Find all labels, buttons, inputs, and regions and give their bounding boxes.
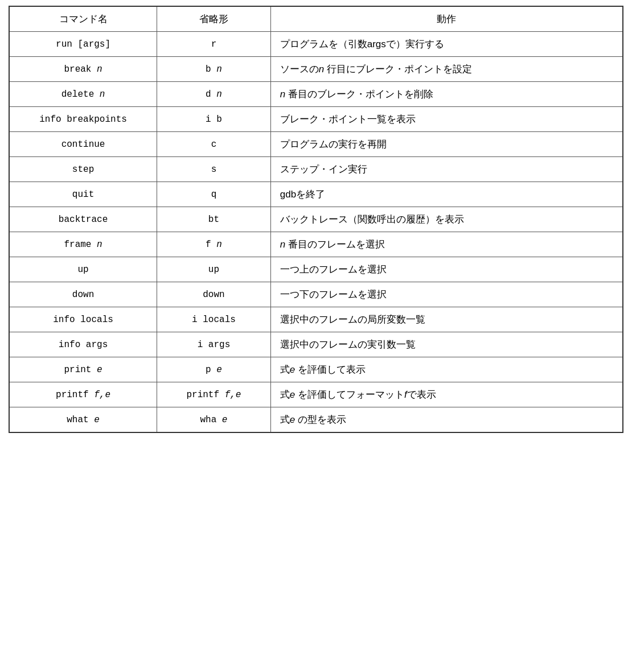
cell-command: printf f,e (9, 382, 157, 407)
table-row: info breakpointsi bブレーク・ポイント一覧を表示 (9, 107, 623, 132)
header-command: コマンド名 (9, 6, 157, 32)
cell-desc: 一つ上のフレームを選択 (270, 257, 623, 282)
table-row: info argsi args選択中のフレームの実引数一覧 (9, 332, 623, 357)
cell-desc: ブレーク・ポイント一覧を表示 (270, 107, 623, 132)
cell-command: frame n (9, 232, 157, 257)
cell-abbr: down (157, 282, 271, 307)
cell-command: print e (9, 357, 157, 382)
cell-abbr: bt (157, 207, 271, 232)
gdb-commands-table: コマンド名 省略形 動作 run [args]rプログラムを（引数argsで）実… (9, 6, 623, 433)
cell-command: up (9, 257, 157, 282)
cell-abbr: d n (157, 82, 271, 107)
cell-desc: 一つ下のフレームを選択 (270, 282, 623, 307)
table-row: downdown一つ下のフレームを選択 (9, 282, 623, 307)
cell-abbr: up (157, 257, 271, 282)
cell-desc: プログラムを（引数argsで）実行する (270, 32, 623, 57)
cell-abbr: printf f,e (157, 382, 271, 407)
table-row: stepsステップ・イン実行 (9, 157, 623, 182)
cell-command: what e (9, 407, 157, 433)
table-row: backtracebtバックトレース（関数呼出の履歴）を表示 (9, 207, 623, 232)
header-abbr: 省略形 (157, 6, 271, 32)
cell-abbr: c (157, 132, 271, 157)
cell-desc: 選択中のフレームの実引数一覧 (270, 332, 623, 357)
cell-desc: プログラムの実行を再開 (270, 132, 623, 157)
cell-desc: ステップ・イン実行 (270, 157, 623, 182)
cell-abbr: s (157, 157, 271, 182)
table-row: continuecプログラムの実行を再開 (9, 132, 623, 157)
cell-desc: 式e を評価してフォーマットfで表示 (270, 382, 623, 407)
cell-abbr: i locals (157, 307, 271, 332)
cell-command: info locals (9, 307, 157, 332)
header-action: 動作 (270, 6, 623, 32)
cell-abbr: f n (157, 232, 271, 257)
cell-command: run [args] (9, 32, 157, 57)
cell-abbr: r (157, 32, 271, 57)
table-row: what ewha e式e の型を表示 (9, 407, 623, 433)
table-row: upup一つ上のフレームを選択 (9, 257, 623, 282)
table-row: info localsi locals選択中のフレームの局所変数一覧 (9, 307, 623, 332)
table-row: run [args]rプログラムを（引数argsで）実行する (9, 32, 623, 57)
cell-abbr: i b (157, 107, 271, 132)
cell-desc: 式e を評価して表示 (270, 357, 623, 382)
cell-command: info args (9, 332, 157, 357)
cell-abbr: b n (157, 57, 271, 82)
table-row: quitqgdbを終了 (9, 182, 623, 207)
cell-desc: 式e の型を表示 (270, 407, 623, 433)
cell-abbr: q (157, 182, 271, 207)
table-row: break nb nソースのn 行目にブレーク・ポイントを設定 (9, 57, 623, 82)
cell-command: down (9, 282, 157, 307)
table-row: print ep e式e を評価して表示 (9, 357, 623, 382)
cell-abbr: i args (157, 332, 271, 357)
cell-desc: バックトレース（関数呼出の履歴）を表示 (270, 207, 623, 232)
cell-command: info breakpoints (9, 107, 157, 132)
cell-desc: ソースのn 行目にブレーク・ポイントを設定 (270, 57, 623, 82)
cell-desc: 選択中のフレームの局所変数一覧 (270, 307, 623, 332)
cell-command: continue (9, 132, 157, 157)
table-row: printf f,eprintf f,e式e を評価してフォーマットfで表示 (9, 382, 623, 407)
table-row: delete nd nn 番目のブレーク・ポイントを削除 (9, 82, 623, 107)
table-row: frame nf nn 番目のフレームを選択 (9, 232, 623, 257)
cell-desc: n 番目のフレームを選択 (270, 232, 623, 257)
cell-desc: n 番目のブレーク・ポイントを削除 (270, 82, 623, 107)
cell-desc: gdbを終了 (270, 182, 623, 207)
cell-command: delete n (9, 82, 157, 107)
cell-abbr: p e (157, 357, 271, 382)
cell-command: break n (9, 57, 157, 82)
cell-abbr: wha e (157, 407, 271, 433)
cell-command: quit (9, 182, 157, 207)
cell-command: backtrace (9, 207, 157, 232)
cell-command: step (9, 157, 157, 182)
